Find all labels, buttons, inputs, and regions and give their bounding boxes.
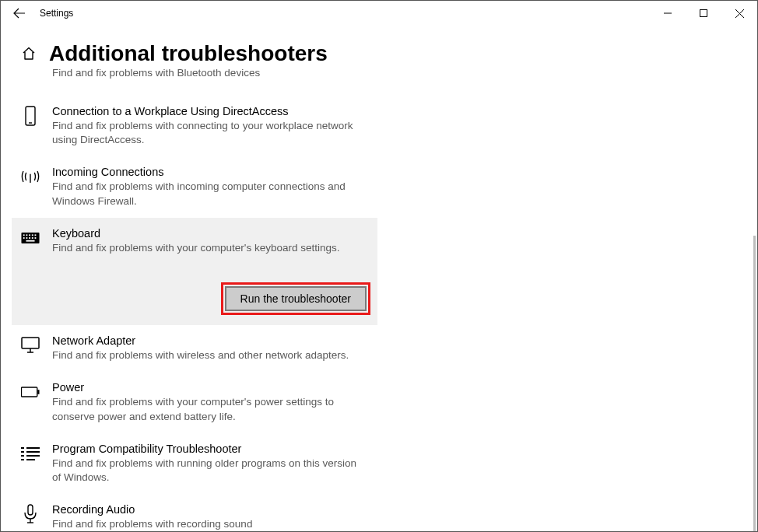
svg-rect-9 [29,234,30,236]
item-title: Network Adapter [52,334,349,347]
item-title: Program Compatibility Troubleshooter [52,443,363,455]
svg-rect-11 [35,234,37,236]
content-area: Additional troubleshooters Find and fix … [1,26,757,531]
workplace-icon [21,107,40,125]
item-desc: Find and fix problems with running older… [52,457,363,485]
item-title: Recording Audio [52,503,252,516]
item-desc: Find and fix problems with incoming comp… [52,180,363,208]
close-button[interactable] [721,1,757,26]
svg-rect-18 [22,338,39,348]
titlebar: Settings [1,1,757,26]
app-title: Settings [40,8,73,19]
item-title: Incoming Connections [52,166,363,178]
item-desc: Find and fix problems with wireless and … [52,348,349,362]
svg-rect-21 [21,387,37,397]
svg-rect-13 [26,237,27,239]
troubleshooter-list: Find and fix problems with Bluetooth dev… [12,66,377,531]
item-desc: Find and fix problems with your computer… [52,395,363,423]
microphone-icon [21,505,40,523]
bluetooth-icon [21,68,40,86]
troubleshooter-item-directaccess[interactable]: Connection to a Workplace Using DirectAc… [12,96,377,156]
item-desc: Find and fix problems with recording sou… [52,517,252,531]
svg-rect-8 [26,234,27,236]
svg-rect-10 [32,234,33,236]
svg-rect-16 [35,237,37,239]
page-header: Additional troubleshooters [21,41,737,66]
keyboard-icon [21,229,40,247]
window-controls [650,1,757,26]
back-button[interactable] [13,7,26,19]
troubleshooter-item-keyboard[interactable]: Keyboard Find and fix problems with your… [12,218,377,325]
svg-rect-12 [23,237,25,239]
battery-icon [21,383,40,401]
page-title: Additional troubleshooters [49,41,328,66]
scrollbar[interactable] [753,236,756,531]
troubleshooter-item-bluetooth[interactable]: Find and fix problems with Bluetooth dev… [12,66,377,96]
item-title: Connection to a Workplace Using DirectAc… [52,105,363,117]
troubleshooter-item-power[interactable]: Power Find and fix problems with your co… [12,372,377,432]
svg-rect-31 [28,505,33,515]
monitor-icon [21,336,40,355]
item-desc: Find and fix problems with connecting to… [52,119,363,147]
svg-rect-1 [700,10,707,17]
run-troubleshooter-button[interactable]: Run the troubleshooter [225,286,367,311]
svg-rect-7 [23,234,25,236]
troubleshooter-item-recording[interactable]: Recording Audio Find and fix problems wi… [12,494,377,531]
signal-icon [21,167,40,186]
item-title: Power [52,381,363,394]
list-icon [21,444,40,463]
svg-rect-14 [29,237,30,239]
item-desc: Find and fix problems with your computer… [52,241,340,255]
maximize-button[interactable] [686,1,721,26]
home-icon[interactable] [21,46,37,61]
troubleshooter-item-network[interactable]: Network Adapter Find and fix problems wi… [12,325,377,372]
svg-rect-17 [26,240,34,242]
item-title: Keyboard [52,227,340,240]
troubleshooter-item-compat[interactable]: Program Compatibility Troubleshooter Fin… [12,433,377,494]
item-desc: Find and fix problems with Bluetooth dev… [52,66,260,80]
svg-rect-22 [37,390,39,395]
svg-rect-15 [32,237,33,239]
troubleshooter-item-incoming[interactable]: Incoming Connections Find and fix proble… [12,156,377,217]
minimize-button[interactable] [650,1,686,26]
